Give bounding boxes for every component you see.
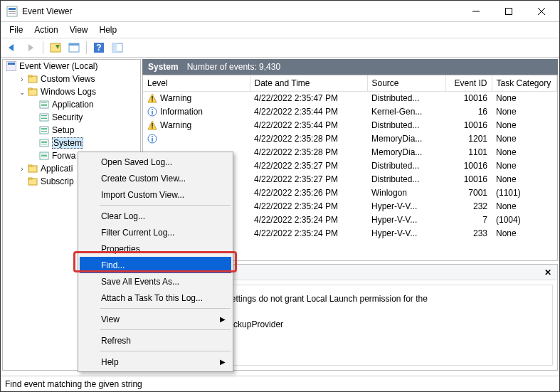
tree-node-icon [27, 163, 38, 174]
tree-twist-icon[interactable]: › [17, 165, 27, 173]
context-menu-label: Properties [101, 244, 140, 254]
back-button[interactable] [4, 40, 21, 55]
context-menu-label: Filter Current Log... [101, 228, 174, 238]
event-viewer-icon [6, 60, 17, 72]
menu-help[interactable]: Help [94, 23, 123, 36]
context-menu-item[interactable]: Import Custom View... [80, 186, 231, 203]
svg-rect-29 [41, 115, 47, 116]
menu-bar: File Action View Help [1, 22, 559, 38]
context-menu-item[interactable]: Refresh [80, 332, 231, 349]
close-button[interactable] [525, 1, 558, 22]
context-menu-label: Clear Log... [101, 211, 145, 221]
svg-rect-27 [41, 105, 47, 106]
maximize-button[interactable] [492, 1, 525, 22]
detail-close-icon[interactable]: ✕ [544, 267, 551, 277]
properties-button[interactable] [65, 40, 83, 55]
info-icon [147, 134, 157, 144]
tree-item-label: Windows Logs [41, 87, 96, 97]
tree-root[interactable]: Event Viewer (Local) [3, 60, 140, 73]
status-bar: Find event matching the given string [1, 376, 559, 391]
minimize-button[interactable] [460, 1, 492, 22]
context-menu-label: Help [101, 357, 119, 367]
tree-item[interactable]: ›Custom Views [3, 73, 140, 85]
context-menu-item[interactable]: Create Custom View... [80, 170, 231, 186]
svg-rect-31 [41, 118, 47, 119]
tree-node-icon [38, 112, 50, 123]
tree-item-label: Custom Views [41, 74, 95, 84]
tree-twist-icon[interactable]: ⌄ [17, 88, 27, 96]
context-menu-label: Attach a Task To this Log... [101, 293, 203, 303]
tree-item-label: Application [52, 100, 94, 110]
context-menu-item[interactable]: View▶ [80, 311, 231, 327]
svg-rect-30 [41, 117, 47, 117]
col-datetime[interactable]: Date and Time [250, 75, 367, 91]
svg-rect-5 [506, 8, 512, 14]
help-button[interactable]: ? [90, 40, 107, 55]
menu-view[interactable]: View [64, 23, 94, 36]
table-row[interactable]: Warning4/22/2022 2:35:47 PMDistributed..… [143, 91, 557, 105]
svg-rect-47 [28, 178, 32, 179]
tree-item-label: Security [52, 112, 83, 122]
svg-rect-10 [51, 43, 60, 52]
svg-rect-23 [28, 88, 32, 90]
tree-item[interactable]: System [3, 137, 140, 149]
col-source[interactable]: Source [367, 75, 445, 91]
svg-rect-59 [152, 136, 153, 137]
tree-node-icon [38, 137, 50, 149]
context-menu-item[interactable]: Attach a Task To this Log... [80, 290, 231, 306]
tree-twist-icon[interactable]: › [17, 75, 27, 83]
toolbar-extra-button[interactable] [109, 40, 126, 55]
svg-rect-34 [41, 129, 47, 130]
context-menu-label: View [101, 314, 120, 324]
forward-button[interactable] [22, 40, 39, 55]
context-menu-item[interactable]: Properties [80, 240, 231, 257]
menu-file[interactable]: File [4, 23, 28, 36]
context-menu[interactable]: Open Saved Log...Create Custom View...Im… [78, 152, 233, 372]
context-menu-separator [100, 205, 231, 206]
context-menu-label: Open Saved Log... [101, 157, 172, 167]
col-eventid[interactable]: Event ID [445, 75, 492, 91]
tree-item-label: Subscrip [41, 176, 74, 186]
tree-item[interactable]: ⌄Windows Logs [3, 85, 140, 98]
context-menu-item[interactable]: Save All Events As... [80, 273, 231, 290]
context-menu-label: Create Custom View... [101, 174, 186, 184]
col-level[interactable]: Level [143, 75, 250, 91]
svg-rect-33 [41, 128, 47, 129]
tree-node-icon [38, 150, 50, 161]
submenu-arrow-icon: ▶ [220, 315, 226, 323]
table-row[interactable]: Information4/22/2022 2:35:44 PMKernel-Ge… [143, 105, 557, 118]
tree-item[interactable]: Security [3, 111, 140, 124]
menu-action[interactable]: Action [28, 23, 63, 36]
svg-rect-21 [28, 75, 32, 77]
context-menu-item[interactable]: Filter Current Log... [80, 224, 231, 240]
context-menu-item[interactable]: Clear Log... [80, 208, 231, 224]
svg-rect-35 [41, 131, 47, 132]
tree-item-label: Forwa [52, 151, 75, 161]
context-menu-separator [100, 329, 231, 330]
context-menu-item[interactable]: Open Saved Log... [80, 154, 231, 170]
context-menu-item[interactable]: Find... [80, 257, 231, 273]
svg-rect-26 [41, 104, 47, 105]
svg-rect-38 [41, 142, 47, 143]
svg-rect-3 [9, 13, 16, 14]
tree-item[interactable]: Application [3, 98, 140, 111]
pane-header: System Number of events: 9,430 [142, 59, 558, 75]
context-menu-item[interactable]: Help▶ [80, 354, 231, 370]
svg-rect-43 [41, 157, 47, 157]
tree-node-icon [27, 86, 38, 97]
svg-rect-41 [41, 154, 47, 154]
svg-rect-17 [112, 43, 117, 52]
tree-node-icon [27, 73, 38, 85]
tree-item-label: Setup [52, 125, 74, 135]
svg-rect-42 [41, 155, 47, 156]
table-row[interactable]: Warning4/22/2022 2:35:44 PMDistributed..… [143, 118, 557, 132]
table-row[interactable]: 4/22/2022 2:35:28 PMMemoryDia...1201None [143, 132, 557, 145]
col-taskcategory[interactable]: Task Category [492, 75, 557, 91]
toolbar: ? [1, 38, 559, 58]
svg-rect-37 [41, 141, 47, 142]
context-menu-label: Find... [101, 260, 125, 270]
pane-title: System [148, 62, 179, 72]
show-hide-tree-button[interactable] [47, 40, 64, 55]
tree-item[interactable]: Setup [3, 124, 140, 137]
svg-rect-53 [152, 109, 153, 110]
